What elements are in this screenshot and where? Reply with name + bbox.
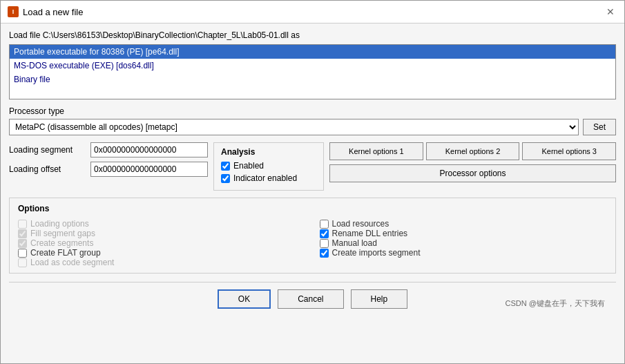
create-imports-label: Create imports segment [332,248,421,258]
options-title: Options [18,204,607,213]
dialog-body: Load file C:\Users\86153\Desktop\BinaryC… [1,23,624,323]
create-segments-label: Create segments [30,238,93,248]
enabled-checkbox[interactable] [221,162,230,171]
indicator-checkbox[interactable] [221,174,230,183]
processor-select[interactable]: MetaPC (disassemble all opcodes) [metapc… [9,119,579,135]
file-item-dos[interactable]: MS-DOS executable (EXE) [dos64.dll] [10,59,615,73]
analysis-title: Analysis [221,147,316,157]
enabled-row: Enabled [221,161,316,171]
close-button[interactable]: ✕ [604,5,617,19]
loading-options-label: Loading options [30,219,89,229]
middle-section: Loading segment Loading offset Analysis … [9,142,616,191]
title-bar: I Load a new file ✕ [1,1,624,23]
create-flat-row: Create FLAT group [18,248,306,258]
analysis-section: Analysis Enabled Indicator enabled [213,142,324,191]
create-imports-checkbox[interactable] [320,249,329,258]
create-segments-row: Create segments [18,238,306,248]
indicator-row: Indicator enabled [221,173,316,183]
dialog-footer: OK Cancel Help CSDN @键盘在手，天下我有 [9,282,616,316]
loading-options-checkbox[interactable] [18,220,27,229]
indicator-label: Indicator enabled [233,173,297,183]
load-resources-row: Load resources [320,219,608,229]
processor-options-button[interactable]: Processor options [329,164,616,182]
loading-segment-row: Loading segment [9,142,208,157]
kernel-proc-buttons: Kernel options 1 Kernel options 2 Kernel… [329,142,616,182]
help-button[interactable]: Help [351,289,408,309]
rename-dll-row: Rename DLL entries [320,229,608,238]
loading-offset-label: Loading offset [9,164,85,174]
loading-offset-row: Loading offset [9,162,208,177]
manual-load-label: Manual load [332,238,377,248]
file-item-binary[interactable]: Binary file [10,73,615,86]
fill-segment-checkbox[interactable] [18,229,27,238]
fill-segment-row: Fill segment gaps [18,229,306,238]
cancel-button[interactable]: Cancel [278,289,343,309]
loading-segment-input[interactable] [90,142,208,157]
ok-button[interactable]: OK [218,289,271,309]
enabled-label: Enabled [233,161,264,171]
manual-load-row: Manual load [320,238,608,248]
set-button[interactable]: Set [583,119,616,135]
loading-fields: Loading segment Loading offset [9,142,208,181]
loading-offset-input[interactable] [90,162,208,177]
rename-dll-checkbox[interactable] [320,229,329,238]
rename-dll-label: Rename DLL entries [332,229,408,238]
load-code-label: Load as code segment [30,258,114,267]
load-resources-label: Load resources [332,219,390,229]
dialog-load-new-file: I Load a new file ✕ Load file C:\Users\8… [0,0,625,364]
title-bar-left: I Load a new file [8,6,83,17]
options-right: Load resources Rename DLL entries Manual… [320,219,608,267]
file-list[interactable]: Portable executable for 80386 (PE) [pe64… [9,44,616,99]
loading-options-row: Loading options [18,219,306,229]
options-grid: Loading options Fill segment gaps Create… [18,219,607,267]
create-flat-checkbox[interactable] [18,249,27,258]
options-left: Loading options Fill segment gaps Create… [18,219,306,267]
kernel-options-3-button[interactable]: Kernel options 3 [522,142,616,160]
create-flat-label: Create FLAT group [30,248,101,258]
load-file-label: Load file C:\Users\86153\Desktop\BinaryC… [9,30,616,40]
kernel-options-2-button[interactable]: Kernel options 2 [426,142,520,160]
dialog-title: Load a new file [23,7,83,17]
options-section: Options Loading options Fill segment gap… [9,198,616,274]
create-segments-checkbox[interactable] [18,239,27,248]
file-item-pe[interactable]: Portable executable for 80386 (PE) [pe64… [10,45,615,59]
app-icon: I [8,6,19,17]
loading-segment-label: Loading segment [9,145,85,155]
fill-segment-label: Fill segment gaps [30,229,95,238]
load-code-checkbox[interactable] [18,258,27,267]
processor-row: MetaPC (disassemble all opcodes) [metapc… [9,119,616,135]
create-imports-row: Create imports segment [320,248,608,258]
watermark: CSDN @键盘在手，天下我有 [506,298,605,309]
processor-type-label: Processor type [9,106,616,116]
manual-load-checkbox[interactable] [320,239,329,248]
load-resources-checkbox[interactable] [320,220,329,229]
kernel-options-1-button[interactable]: Kernel options 1 [329,142,423,160]
kernel-row: Kernel options 1 Kernel options 2 Kernel… [329,142,616,160]
load-code-row: Load as code segment [18,258,306,267]
